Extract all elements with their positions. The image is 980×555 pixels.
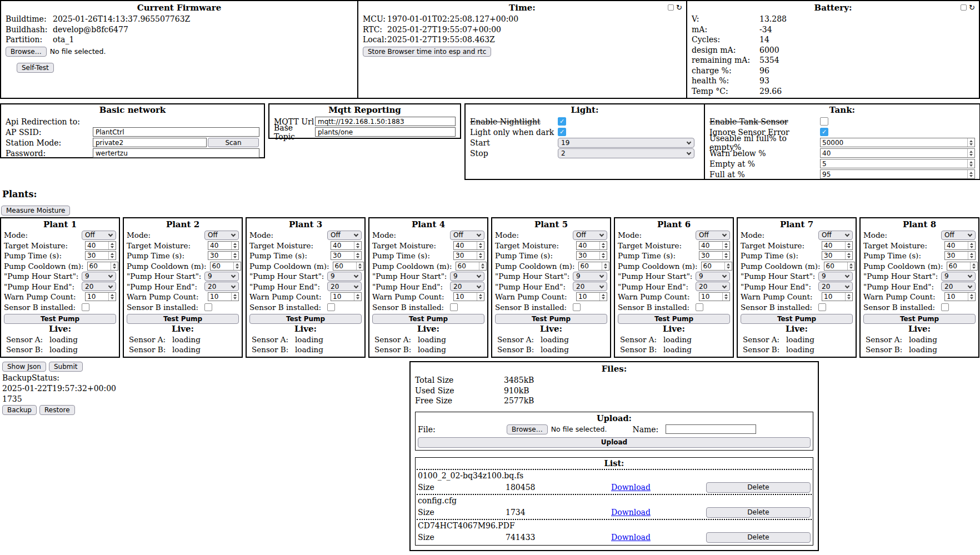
step-down-icon[interactable] xyxy=(356,256,359,258)
pump-hour-end-select[interactable]: 20 xyxy=(204,282,239,291)
stepper-arrows[interactable] xyxy=(477,242,484,249)
pump-cooldown-input[interactable]: 60 xyxy=(333,262,364,271)
step-down-icon[interactable] xyxy=(847,246,851,248)
stepper-arrows[interactable] xyxy=(599,252,607,259)
step-up-icon[interactable] xyxy=(233,294,237,296)
test-pump-button[interactable]: Test Pump xyxy=(863,314,976,324)
refresh-icon[interactable]: ↻ xyxy=(969,4,975,11)
sensor-b-installed-checkbox[interactable] xyxy=(696,303,703,311)
stepper-arrows[interactable] xyxy=(108,242,116,249)
pump-hour-start-select[interactable]: 9 xyxy=(450,272,484,281)
stepper-arrows[interactable] xyxy=(479,262,486,270)
scan-button[interactable]: Scan xyxy=(208,138,259,147)
step-up-icon[interactable] xyxy=(724,294,728,296)
step-down-icon[interactable] xyxy=(970,246,973,248)
step-down-icon[interactable] xyxy=(236,267,239,269)
sensor-b-installed-checkbox[interactable] xyxy=(941,303,949,311)
step-down-icon[interactable] xyxy=(849,267,853,269)
step-up-icon[interactable] xyxy=(236,263,239,266)
step-down-icon[interactable] xyxy=(724,297,728,299)
step-up-icon[interactable] xyxy=(727,263,730,266)
pump-hour-end-select[interactable]: 20 xyxy=(573,282,607,291)
pump-hour-start-select[interactable]: 9 xyxy=(818,272,853,281)
step-down-icon[interactable] xyxy=(233,256,237,258)
target-moisture-input[interactable]: 40 xyxy=(331,241,362,250)
ignore-sensor-error-checkbox[interactable] xyxy=(820,128,828,136)
step-up-icon[interactable] xyxy=(604,263,607,266)
pump-time-input[interactable]: 30 xyxy=(331,251,362,260)
pump-cooldown-input[interactable]: 60 xyxy=(456,262,487,271)
mode-select[interactable]: Off xyxy=(818,231,853,240)
pump-hour-start-select[interactable]: 9 xyxy=(82,272,116,281)
step-down-icon[interactable] xyxy=(111,297,114,299)
mode-select[interactable]: Off xyxy=(82,231,116,240)
target-moisture-input[interactable]: 40 xyxy=(208,241,239,250)
step-up-icon[interactable] xyxy=(358,263,362,266)
step-down-icon[interactable] xyxy=(358,267,362,269)
step-up-icon[interactable] xyxy=(111,243,114,245)
download-link[interactable]: Download xyxy=(611,483,651,492)
mode-select[interactable]: Off xyxy=(327,231,362,240)
step-down-icon[interactable] xyxy=(604,267,607,269)
step-up-icon[interactable] xyxy=(479,243,482,245)
step-up-icon[interactable] xyxy=(113,263,116,266)
step-up-icon[interactable] xyxy=(356,253,359,255)
stepper-arrows[interactable] xyxy=(231,242,238,249)
tank-warn-input[interactable]: 40 xyxy=(820,148,975,158)
pump-hour-start-select[interactable]: 9 xyxy=(696,272,730,281)
sensor-b-installed-checkbox[interactable] xyxy=(818,303,826,311)
step-up-icon[interactable] xyxy=(602,294,605,296)
target-moisture-input[interactable]: 40 xyxy=(699,241,730,250)
delete-button[interactable]: Delete xyxy=(706,482,811,493)
pump-cooldown-input[interactable]: 60 xyxy=(210,262,241,271)
enable-tank-sensor-checkbox[interactable] xyxy=(820,117,828,126)
stepper-arrows[interactable] xyxy=(477,252,484,259)
self-test-button[interactable]: Self-Test xyxy=(17,63,54,73)
download-link[interactable]: Download xyxy=(611,533,651,542)
mode-select[interactable]: Off xyxy=(941,231,976,240)
download-link[interactable]: Download xyxy=(611,508,651,517)
restore-button[interactable]: Restore xyxy=(39,405,75,415)
pump-hour-end-select[interactable]: 20 xyxy=(327,282,362,291)
step-up-icon[interactable] xyxy=(111,294,114,296)
tank-full-input[interactable]: 95 xyxy=(820,169,975,179)
test-pump-button[interactable]: Test Pump xyxy=(4,314,116,324)
light-only-dark-checkbox[interactable] xyxy=(558,128,566,136)
stepper-arrows[interactable] xyxy=(845,242,852,249)
step-up-icon[interactable] xyxy=(972,263,976,266)
target-moisture-input[interactable]: 40 xyxy=(822,241,853,250)
stepper-arrows[interactable] xyxy=(967,149,974,157)
step-up-icon[interactable] xyxy=(847,294,851,296)
submit-button[interactable]: Submit xyxy=(49,362,83,372)
password-input[interactable]: wertertzu xyxy=(93,148,259,158)
stepper-arrows[interactable] xyxy=(847,262,854,270)
step-down-icon[interactable] xyxy=(602,297,605,299)
step-up-icon[interactable] xyxy=(724,253,728,255)
sensor-b-installed-checkbox[interactable] xyxy=(573,303,581,311)
stepper-arrows[interactable] xyxy=(845,252,852,259)
sensor-b-installed-checkbox[interactable] xyxy=(204,303,212,311)
test-pump-button[interactable]: Test Pump xyxy=(372,314,484,324)
step-up-icon[interactable] xyxy=(602,243,605,245)
target-moisture-input[interactable]: 40 xyxy=(85,241,116,250)
pump-hour-end-select[interactable]: 20 xyxy=(941,282,976,291)
stepper-arrows[interactable] xyxy=(354,293,361,301)
tank-empty-input[interactable]: 5 xyxy=(820,159,975,168)
pump-cooldown-input[interactable]: 60 xyxy=(87,262,118,271)
warn-pump-count-input[interactable]: 10 xyxy=(85,292,116,301)
test-pump-button[interactable]: Test Pump xyxy=(495,314,607,324)
warn-pump-count-input[interactable]: 10 xyxy=(208,292,239,301)
step-up-icon[interactable] xyxy=(111,253,114,255)
pump-time-input[interactable]: 30 xyxy=(822,251,853,260)
step-down-icon[interactable] xyxy=(969,154,973,156)
light-stop-select[interactable]: 2 xyxy=(558,148,694,158)
step-up-icon[interactable] xyxy=(847,253,851,255)
step-up-icon[interactable] xyxy=(479,253,482,255)
stepper-arrows[interactable] xyxy=(722,293,729,301)
pump-cooldown-input[interactable]: 60 xyxy=(701,262,732,271)
step-down-icon[interactable] xyxy=(479,246,482,248)
mode-select[interactable]: Off xyxy=(204,231,239,240)
stepper-arrows[interactable] xyxy=(108,293,116,301)
step-up-icon[interactable] xyxy=(356,243,359,245)
warn-pump-count-input[interactable]: 10 xyxy=(944,292,976,301)
